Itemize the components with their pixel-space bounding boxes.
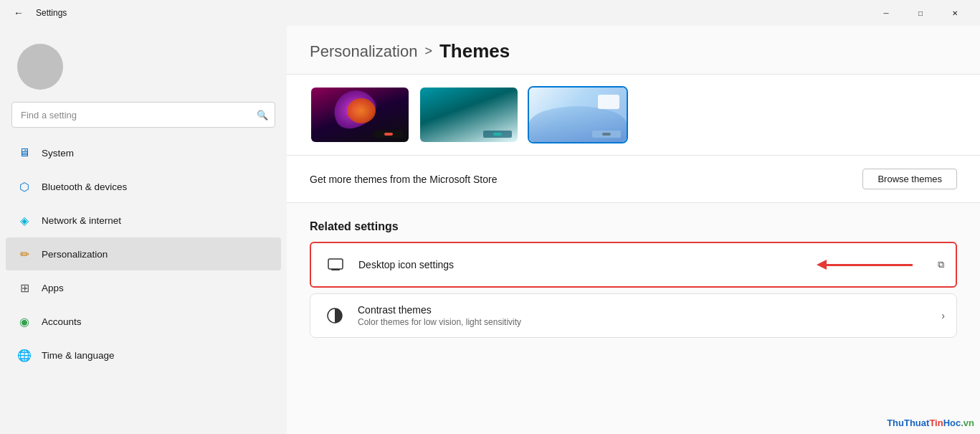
page-header: Personalization > Themes	[287, 26, 980, 75]
sidebar-item-network[interactable]: ◈ Network & internet	[6, 204, 281, 237]
minimize-button[interactable]: ─	[870, 1, 903, 24]
time-icon: 🌐	[17, 348, 32, 362]
ms-store-strip: Get more themes from the Microsoft Store…	[287, 156, 980, 203]
sidebar: 🔍 🖥 System ⬡ Bluetooth & devices ◈ Netwo…	[0, 26, 287, 434]
sidebar-item-accounts[interactable]: ◉ Accounts	[6, 305, 281, 338]
personalization-icon: ✏	[17, 247, 32, 261]
sidebar-item-label: Personalization	[42, 249, 108, 260]
watermark: ThuThuatTinHoc.vn	[887, 418, 974, 428]
sidebar-item-time[interactable]: 🌐 Time & language	[6, 339, 281, 372]
sidebar-item-label: Network & internet	[42, 215, 121, 226]
apps-icon: ⊞	[17, 280, 32, 295]
theme-flower[interactable]	[310, 86, 410, 143]
window-controls: ─ □ ✕	[870, 1, 971, 24]
content-body: Get more themes from the Microsoft Store…	[287, 75, 980, 349]
network-icon: ◈	[17, 213, 32, 227]
content-area: Personalization > Themes	[287, 26, 980, 434]
accounts-icon: ◉	[17, 314, 32, 329]
maximize-button[interactable]: □	[904, 1, 937, 24]
sidebar-item-apps[interactable]: ⊞ Apps	[6, 271, 281, 304]
breadcrumb-parent: Personalization	[310, 42, 417, 61]
contrast-themes-subtitle: Color themes for low vision, light sensi…	[358, 317, 941, 327]
back-button[interactable]: ←	[9, 3, 29, 23]
theme-light-blue[interactable]	[419, 86, 519, 143]
bluetooth-icon: ⬡	[17, 179, 32, 194]
themes-preview	[287, 75, 980, 156]
svg-rect-1	[331, 269, 340, 270]
browse-themes-button[interactable]: Browse themes	[862, 169, 957, 189]
desktop-icon-icon	[323, 252, 348, 278]
related-settings-title: Related settings	[310, 220, 957, 233]
sidebar-item-system[interactable]: 🖥 System	[6, 136, 281, 169]
contrast-themes-item[interactable]: Contrast themes Color themes for low vis…	[310, 293, 957, 338]
user-profile[interactable]	[6, 34, 281, 99]
app-body: 🔍 🖥 System ⬡ Bluetooth & devices ◈ Netwo…	[0, 26, 980, 434]
sidebar-item-label: Bluetooth & devices	[42, 181, 127, 192]
sidebar-item-label: Time & language	[42, 350, 115, 361]
sidebar-item-label: System	[42, 148, 74, 159]
title-bar: ← Settings ─ □ ✕	[0, 0, 980, 26]
chevron-right-icon: ›	[941, 310, 945, 321]
contrast-icon	[322, 303, 348, 329]
contrast-themes-title: Contrast themes	[358, 304, 941, 316]
ms-store-text: Get more themes from the Microsoft Store	[310, 174, 497, 185]
arrow-line	[827, 264, 913, 266]
red-arrow-annotation	[817, 260, 913, 270]
breadcrumb-separator: >	[424, 44, 432, 59]
sidebar-item-personalization[interactable]: ✏ Personalization	[6, 237, 281, 270]
external-link-icon: ⧉	[938, 259, 944, 270]
desktop-icon-settings-item[interactable]: Desktop icon settings ⧉	[310, 242, 957, 288]
sidebar-item-label: Apps	[42, 283, 64, 293]
arrow-head	[817, 260, 827, 270]
theme-wave[interactable]	[528, 86, 628, 143]
avatar	[17, 44, 63, 90]
title-bar-left: ← Settings	[9, 3, 67, 23]
related-settings-section: Related settings Desktop icon settings	[287, 203, 980, 349]
close-button[interactable]: ✕	[938, 1, 971, 24]
svg-rect-0	[328, 259, 343, 269]
watermark-text: Thu	[887, 418, 904, 428]
search-input[interactable]	[11, 102, 275, 128]
sidebar-item-label: Accounts	[42, 316, 82, 327]
search-container: 🔍	[11, 102, 275, 128]
app-title: Settings	[36, 8, 67, 18]
sidebar-item-bluetooth[interactable]: ⬡ Bluetooth & devices	[6, 170, 281, 203]
system-icon: 🖥	[17, 146, 32, 160]
contrast-themes-text: Contrast themes Color themes for low vis…	[358, 304, 941, 327]
page-title: Themes	[439, 40, 510, 62]
